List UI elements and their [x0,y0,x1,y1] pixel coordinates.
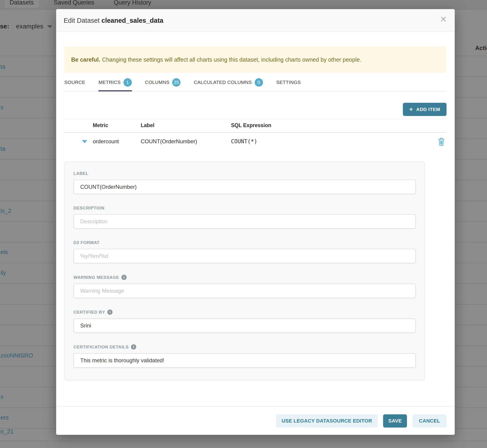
warning-message-input[interactable] [73,284,416,298]
save-button[interactable]: SAVE [383,414,407,428]
dataset-editor-tabs: SOURCE METRICS 1 COLUMNS 25 CALCULATED C… [64,75,446,91]
edit-dataset-modal: Edit Dataset cleaned_sales_data ✕ Be car… [56,9,455,435]
tab-calculated-columns[interactable]: CALCULATED COLUMNS 0 [194,75,263,91]
certified-by-field-group: CERTIFIED BY i [73,310,416,333]
warning-message-field-label: WARNING MESSAGE i [73,275,416,280]
metric-column-header: Metric [93,122,108,128]
d3-format-field-group: D3 FORMAT [73,240,416,263]
info-icon: i [121,275,127,280]
warning-banner-bold: Be careful. [71,56,100,63]
certification-details-input[interactable] [73,353,416,368]
modal-footer: USE LEGACY DATASOURCE EDITOR SAVE CANCEL [56,406,455,435]
description-field-label: DESCRIPTION [73,206,416,211]
add-item-button[interactable]: + ADD ITEM [403,103,447,116]
label-input[interactable] [73,180,416,194]
trash-icon [438,137,445,146]
metric-detail-panel: LABEL DESCRIPTION D3 FORMAT WARNING MESS… [64,161,425,380]
warning-banner: Be careful. Changing these settings will… [64,47,446,73]
metrics-count-badge: 1 [123,78,132,87]
tab-metrics[interactable]: METRICS 1 [98,75,132,91]
plus-icon: + [409,106,413,112]
label-column-header: Label [141,122,154,128]
modal-title: Edit Dataset cleaned_sales_data [64,9,163,32]
d3-format-input[interactable] [73,249,416,263]
columns-count-badge: 25 [172,78,181,87]
warning-message-field-group: WARNING MESSAGE i [73,275,416,298]
description-field-group: DESCRIPTION [73,206,416,229]
tab-source[interactable]: SOURCE [64,75,85,91]
d3-format-field-label: D3 FORMAT [73,240,416,245]
certified-by-field-label: CERTIFIED BY i [73,310,416,315]
metric-row-ordercount: ordercount COUNT(OrderNumber) COUNT(*) [64,133,446,152]
certified-by-input[interactable] [73,318,416,333]
collapse-caret-icon[interactable] [82,140,87,143]
metrics-table: Metric Label SQL Expression ordercount C… [64,119,446,152]
modal-title-prefix: Edit Dataset [64,17,100,24]
metric-label: COUNT(OrderNumber) [141,138,197,145]
add-item-label: ADD ITEM [416,107,440,112]
modal-title-dataset-name: cleaned_sales_data [101,17,163,24]
label-field-group: LABEL [73,171,416,194]
certification-details-field-group: CERTIFICATION DETAILS i [73,344,416,368]
cancel-button[interactable]: CANCEL [412,414,447,428]
modal-header: Edit Dataset cleaned_sales_data ✕ [56,9,455,32]
warning-banner-text: Changing these settings will affect all … [102,56,361,63]
metrics-table-header: Metric Label SQL Expression [64,119,446,133]
tab-settings[interactable]: SETTINGS [276,75,301,91]
metric-sql-expression: COUNT(*) [231,138,257,145]
info-icon: i [107,310,112,315]
use-legacy-datasource-editor-button[interactable]: USE LEGACY DATASOURCE EDITOR [276,414,378,428]
label-field-label: LABEL [73,171,416,176]
info-icon: i [131,344,136,350]
calculated-columns-count-badge: 0 [255,78,263,87]
close-icon[interactable]: ✕ [440,15,447,24]
delete-metric-button[interactable] [438,137,445,147]
description-input[interactable] [73,214,416,229]
metric-name: ordercount [93,138,119,145]
tab-columns[interactable]: COLUMNS 25 [145,75,181,91]
certification-details-field-label: CERTIFICATION DETAILS i [73,344,416,350]
sql-expression-column-header: SQL Expression [231,122,271,128]
